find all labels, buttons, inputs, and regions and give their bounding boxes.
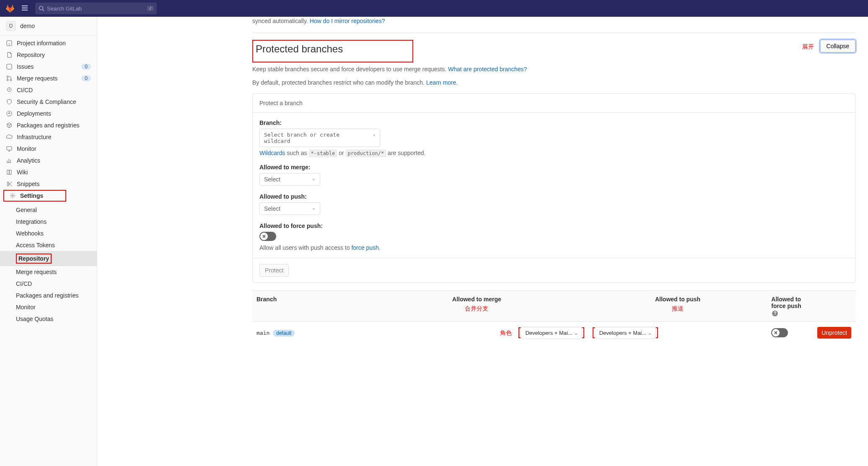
gitlab-logo-icon[interactable]: [5, 3, 15, 14]
help-icon[interactable]: ?: [772, 311, 778, 316]
sidebar-item-wiki[interactable]: Wiki: [0, 166, 97, 178]
mr-count-badge: 0: [81, 75, 91, 81]
book-icon: [6, 169, 13, 176]
allowed-merge-label: Allowed to merge:: [259, 164, 848, 171]
sidebar-sub-integrations[interactable]: Integrations: [0, 216, 97, 228]
sidebar-item-label: Snippets: [17, 181, 39, 187]
sidebar-item-repository[interactable]: Repository: [0, 49, 97, 61]
svg-point-0: [39, 6, 43, 10]
row-merge-select[interactable]: Developers + Mai...: [521, 327, 582, 339]
monitor-icon: [6, 145, 13, 152]
sidebar-sub-usage-quotas[interactable]: Usage Quotas: [0, 313, 97, 325]
wildcards-link[interactable]: Wildcards: [259, 150, 285, 156]
search-box[interactable]: /: [35, 3, 157, 14]
sidebar-item-merge-requests[interactable]: Merge requests0: [0, 72, 97, 84]
annot-role: 角色: [500, 329, 512, 336]
wildcard-example-1: *-stable: [309, 150, 337, 157]
section-divider: [252, 33, 855, 33]
sidebar-item-label: Issues: [17, 63, 34, 70]
learn-more-link[interactable]: Learn more.: [426, 79, 458, 86]
default-badge: default: [273, 330, 295, 337]
sidebar-item-label: Analytics: [17, 157, 40, 164]
th-allowed-push: Allowed to push 推送: [588, 291, 767, 322]
chart-icon: [6, 157, 13, 164]
main-content: synced automatically. How do I mirror re…: [97, 17, 868, 466]
package-icon: [6, 122, 13, 129]
sidebar-item-label: Deployments: [17, 110, 51, 117]
sidebar-item-packages[interactable]: Packages and registries: [0, 119, 97, 131]
sidebar-item-label: Project information: [17, 40, 66, 47]
sidebar-item-deployments[interactable]: Deployments: [0, 108, 97, 119]
x-icon: [262, 234, 266, 238]
issues-icon: [6, 63, 13, 70]
sidebar-sub-webhooks[interactable]: Webhooks: [0, 228, 97, 239]
allowed-push-label: Allowed to push:: [259, 193, 848, 200]
sidebar-item-label: Wiki: [17, 169, 28, 176]
force-push-toggle[interactable]: [259, 232, 276, 241]
sidebar-item-cicd[interactable]: CI/CD: [0, 84, 97, 96]
sidebar-sub-monitor[interactable]: Monitor: [0, 301, 97, 313]
file-icon: [6, 52, 13, 58]
unprotect-button[interactable]: Unprotect: [817, 327, 851, 339]
issues-count-badge: 0: [81, 64, 91, 70]
sidebar-sub-cicd[interactable]: CI/CD: [0, 278, 97, 290]
sidebar-item-monitor[interactable]: Monitor: [0, 143, 97, 155]
search-icon: [39, 5, 44, 11]
force-push-hint: Allow all users with push access to forc…: [259, 244, 848, 251]
sidebar-item-analytics[interactable]: Analytics: [0, 155, 97, 166]
protect-branch-card: Protect a branch Branch: Select branch o…: [252, 93, 855, 283]
svg-point-4: [7, 79, 8, 81]
rocket-icon: [6, 87, 13, 93]
sidebar-sub-general[interactable]: General: [0, 204, 97, 216]
annot-merge: 合并分支: [369, 305, 584, 313]
sidebar-item-label: Infrastructure: [17, 134, 51, 140]
sidebar-item-security[interactable]: Security & Compliance: [0, 96, 97, 108]
scissors-icon: [6, 181, 13, 187]
sidebar-item-snippets[interactable]: Snippets: [0, 178, 97, 190]
deploy-icon: [6, 110, 13, 117]
merge-select-highlight: Developers + Mai...: [518, 327, 584, 338]
push-select-highlight: Developers + Mai...: [593, 327, 658, 338]
mirror-help-link[interactable]: How do I mirror repositories?: [310, 18, 385, 24]
toggle-knob: [772, 329, 780, 337]
sidebar-item-label: Repository: [17, 52, 45, 58]
th-branch: Branch: [252, 291, 365, 322]
what-are-protected-link[interactable]: What are protected branches?: [448, 66, 527, 72]
sidebar-item-issues[interactable]: Issues0: [0, 61, 97, 72]
section-description: Keep stable branches secure and force de…: [252, 66, 855, 72]
row-force-toggle[interactable]: [771, 328, 788, 337]
sidebar-item-label: CI/CD: [17, 87, 33, 93]
sidebar-sub-packages[interactable]: Packages and registries: [0, 290, 97, 301]
sidebar-item-label: Merge requests: [17, 75, 57, 82]
force-push-link[interactable]: force push: [351, 244, 378, 251]
project-header[interactable]: D demo: [0, 17, 97, 36]
allowed-push-select[interactable]: Select: [259, 202, 320, 215]
th-allowed-merge: Allowed to merge 合并分支: [365, 291, 588, 322]
collapse-button[interactable]: Collapse: [820, 40, 855, 52]
protected-branches-table: Branch Allowed to merge 合并分支 Allowed to …: [252, 290, 855, 344]
allowed-merge-select[interactable]: Select: [259, 173, 320, 186]
default-restrict-text: By default, protected branches restrict …: [252, 79, 855, 86]
sidebar-item-project-info[interactable]: Project information: [0, 37, 97, 49]
sidebar-item-settings[interactable]: Settings: [0, 190, 97, 202]
sidebar-sub-merge-requests[interactable]: Merge requests: [0, 266, 97, 278]
sidebar-item-label: Packages and registries: [17, 122, 79, 129]
wildcard-example-2: production/*: [346, 150, 386, 157]
svg-point-5: [10, 79, 12, 81]
branch-select[interactable]: Select branch or create wildcard: [259, 129, 380, 147]
branch-name-cell: main: [257, 330, 269, 336]
row-push-select[interactable]: Developers + Mai...: [595, 327, 656, 339]
branch-label: Branch:: [259, 119, 848, 126]
svg-rect-2: [7, 64, 12, 69]
sidebar-sub-repository[interactable]: Repository: [0, 251, 97, 266]
protect-button[interactable]: Protect: [259, 264, 289, 277]
project-name: demo: [20, 23, 35, 29]
sidebar-sub-label: Repository: [16, 254, 52, 264]
search-input[interactable]: [47, 5, 147, 12]
sidebar-item-infrastructure[interactable]: Infrastructure: [0, 131, 97, 143]
shield-icon: [6, 98, 13, 105]
sidebar-sub-access-tokens[interactable]: Access Tokens: [0, 239, 97, 251]
cloud-icon: [6, 134, 13, 140]
hamburger-icon[interactable]: [19, 3, 30, 15]
expand-annotation: 展开: [802, 40, 814, 51]
